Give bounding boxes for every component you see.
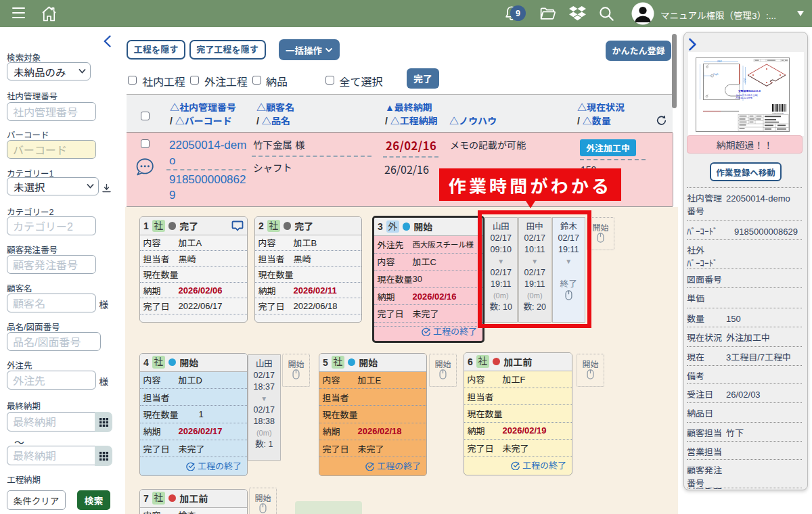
svg-text:262: 262 (717, 60, 722, 63)
svg-text:安暫届周S024-01-8: 安暫届周S024-01-8 (738, 89, 761, 93)
svg-text:150: 150 (743, 78, 746, 83)
svg-text:9185000008629: 9185000008629 (772, 112, 784, 114)
svg-text:9.8×45-22.09FB: 9.8×45-22.09FB (736, 97, 753, 99)
svg-text:2-φ5: 2-φ5 (713, 73, 718, 76)
